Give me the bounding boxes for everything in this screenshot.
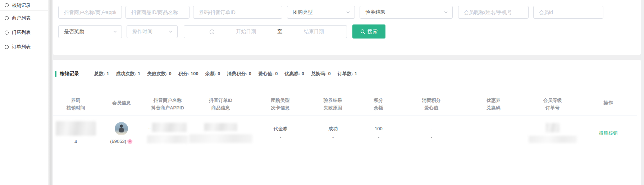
col-header-consume-points: 消费积分爱心值 bbox=[401, 92, 461, 116]
stat-fail-count: 失败次数:0 bbox=[147, 71, 172, 77]
points-value: 100 bbox=[375, 126, 383, 131]
coupon-code-input[interactable] bbox=[193, 6, 282, 19]
cell-coupon-time: 4 bbox=[53, 116, 99, 150]
circle-icon bbox=[5, 31, 9, 35]
cell-verify-result: 成功 - bbox=[310, 116, 356, 150]
stat-love-value: 爱心值:0 bbox=[258, 71, 278, 77]
revoke-verification-link[interactable]: 撤销核销 bbox=[599, 130, 618, 136]
flower-badge-icon: 🌸 bbox=[127, 139, 133, 144]
cell-merchant: .. bbox=[144, 116, 191, 150]
sidebar-item-label: 订单列表 bbox=[12, 44, 31, 50]
stat-balance: 余额:0 bbox=[205, 71, 220, 77]
summary-bar: 核销记录 总数:1 成功次数:1 失败次数:0 积分:100 余额:0 消费积分… bbox=[53, 71, 641, 77]
col-header-coupon: 券码核销时间 bbox=[53, 92, 99, 116]
product-id-input[interactable] bbox=[125, 6, 189, 19]
circle-icon bbox=[5, 45, 9, 49]
verify-result-select-value: 验券结果 bbox=[365, 9, 385, 15]
redacted-order-number bbox=[529, 136, 577, 143]
sidebar-item-merchant-list[interactable]: 商户列表 bbox=[0, 11, 48, 25]
cell-member-info: (69053) 🌸 bbox=[99, 116, 144, 150]
stat-success-count: 成功次数:1 bbox=[116, 71, 141, 77]
page: 核销记录 商户列表 门店列表 订单列表 团购类型 验券结果 bbox=[0, 0, 644, 185]
stat-total: 总数:1 bbox=[94, 71, 109, 77]
circle-icon bbox=[5, 16, 9, 20]
member-nickname-input[interactable] bbox=[458, 6, 529, 19]
redacted-member-level bbox=[546, 123, 559, 132]
verify-result-value: 成功 bbox=[328, 126, 338, 131]
sidebar-item-store-list[interactable]: 门店列表 bbox=[0, 25, 48, 40]
table-row: 4 (69053) 🌸 .. 代金券 bbox=[53, 116, 637, 150]
col-header-member: 会员信息 bbox=[99, 92, 144, 116]
col-header-merchant: 抖音商户名称抖音商户APPID bbox=[144, 92, 191, 116]
balance-value: - bbox=[378, 135, 379, 140]
sidebar-item-label: 核销记录 bbox=[12, 2, 31, 9]
col-header-coupon-code: 优惠券兑换码 bbox=[461, 92, 526, 116]
records-panel: 核销记录 总数:1 成功次数:1 失败次数:0 积分:100 余额:0 消费积分… bbox=[53, 60, 641, 185]
stat-coupons: 优惠券:0 bbox=[285, 71, 305, 77]
cell-order-info bbox=[191, 116, 251, 150]
reward-select-value: 是否奖励 bbox=[64, 28, 84, 35]
redacted-order-id bbox=[204, 123, 237, 131]
chevron-down-icon bbox=[113, 30, 117, 34]
sidebar-scrollbar[interactable] bbox=[48, 0, 52, 185]
circle-icon bbox=[5, 3, 9, 7]
sidebar: 核销记录 商户列表 门店列表 订单列表 bbox=[0, 0, 48, 185]
search-button-label: 搜索 bbox=[367, 28, 378, 35]
stat-consume-points: 消费积分:0 bbox=[227, 71, 251, 77]
member-avatar[interactable] bbox=[115, 122, 128, 135]
filter-panel: 团购类型 验券结果 是否奖励 操作时间 开始日期 至 结束日期 搜索 bbox=[53, 0, 641, 55]
redacted-coupon-code bbox=[56, 121, 96, 136]
end-date-field[interactable]: 结束日期 bbox=[285, 28, 343, 35]
group-type-select-value: 团购类型 bbox=[293, 9, 313, 15]
start-date-field[interactable]: 开始日期 bbox=[217, 28, 275, 35]
col-header-member-level: 会员等级订单号 bbox=[526, 92, 579, 116]
search-icon bbox=[360, 29, 365, 34]
member-id-value: (69053) bbox=[110, 139, 126, 144]
member-id-input[interactable] bbox=[533, 6, 603, 19]
redacted-merchant-name bbox=[152, 123, 187, 132]
chevron-down-icon bbox=[169, 30, 173, 34]
search-button[interactable]: 搜索 bbox=[352, 24, 385, 39]
table-header-row: 券码核销时间 会员信息 抖音商户名称抖音商户APPID 抖音订单ID商品信息 团… bbox=[53, 92, 637, 116]
redacted-merchant-appid bbox=[147, 135, 188, 143]
cell-coupon-redeem bbox=[461, 116, 526, 150]
title-marker bbox=[55, 71, 56, 77]
cell-group-type: 代金券 - bbox=[251, 116, 310, 150]
col-header-verify-result: 验券结果失败原因 bbox=[310, 92, 356, 116]
card-info-value: - bbox=[280, 135, 281, 140]
group-type-select[interactable]: 团购类型 bbox=[287, 6, 355, 19]
col-header-group-type: 团购类型次卡信息 bbox=[251, 92, 310, 116]
sidebar-item-verification-records[interactable]: 核销记录 bbox=[0, 0, 48, 11]
cell-points: 100 - bbox=[356, 116, 401, 150]
redacted-product-info bbox=[189, 134, 252, 143]
group-type-value: 代金券 bbox=[274, 126, 288, 131]
operation-time-select[interactable]: 操作时间 bbox=[127, 25, 178, 38]
reward-select[interactable]: 是否奖励 bbox=[58, 25, 122, 38]
stat-redeem-codes: 兑换码:0 bbox=[311, 71, 331, 77]
date-separator: 至 bbox=[275, 28, 285, 35]
chevron-down-icon bbox=[346, 10, 350, 14]
cell-action: 撤销核销 bbox=[579, 116, 637, 150]
sidebar-item-order-list[interactable]: 订单列表 bbox=[0, 40, 48, 54]
merchant-dots: .. bbox=[149, 125, 151, 130]
stat-order-count: 订单数:1 bbox=[338, 71, 357, 77]
merchant-name-input[interactable] bbox=[58, 6, 122, 19]
col-header-points: 积分余额 bbox=[356, 92, 401, 116]
col-header-order: 抖音订单ID商品信息 bbox=[191, 92, 251, 116]
sidebar-item-label: 商户列表 bbox=[12, 15, 31, 21]
cell-member-level-order bbox=[526, 116, 579, 150]
chevron-down-icon bbox=[444, 10, 448, 14]
panel-title: 核销记录 bbox=[60, 71, 79, 77]
fail-reason-value: - bbox=[332, 135, 334, 140]
cell-consume-points: - - bbox=[401, 116, 461, 150]
col-header-action: 操作 bbox=[579, 92, 637, 116]
sidebar-item-label: 门店列表 bbox=[12, 29, 31, 36]
verify-result-select[interactable]: 验券结果 bbox=[360, 6, 453, 19]
consume-points-value: - bbox=[431, 126, 432, 131]
operation-time-select-placeholder: 操作时间 bbox=[132, 28, 152, 35]
clock-icon bbox=[209, 29, 215, 35]
stat-points: 积分:100 bbox=[178, 71, 198, 77]
date-range-picker[interactable]: 开始日期 至 结束日期 bbox=[184, 25, 347, 38]
coupon-sub-value: 4 bbox=[74, 139, 77, 144]
love-value: - bbox=[431, 135, 432, 140]
